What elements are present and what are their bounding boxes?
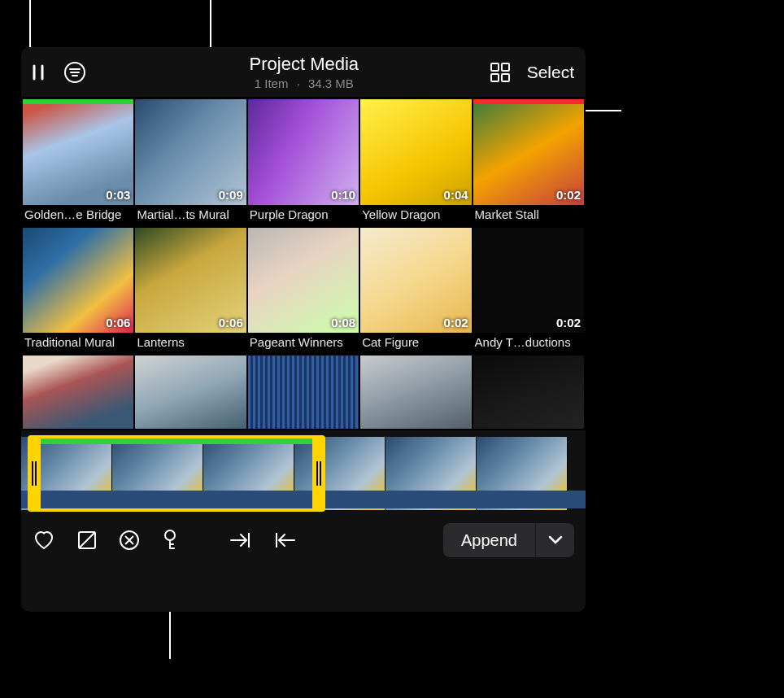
clip-label: Cat Figure <box>360 333 471 354</box>
clip-duration: 0:02 <box>556 188 581 202</box>
clip-duration: 0:02 <box>556 316 581 329</box>
mark-in-icon[interactable] <box>228 531 252 549</box>
callout-line <box>29 0 31 47</box>
callout-line <box>210 0 211 47</box>
media-clip[interactable]: 0:10Purple Dragon <box>248 99 359 226</box>
media-grid: 0:03Golden…e Bridge0:09Martial…ts Mural0… <box>21 98 586 430</box>
clip-label: Martial…ts Mural <box>135 205 246 226</box>
clip-duration: 0:10 <box>331 188 355 202</box>
media-clip[interactable] <box>135 356 246 429</box>
media-clip[interactable]: 0:06Lanterns <box>135 228 246 355</box>
filmstrip-audio-waveform <box>21 491 586 508</box>
clip-label: Purple Dragon <box>248 205 359 226</box>
media-clip[interactable] <box>360 356 471 429</box>
clip-duration: 0:06 <box>219 316 243 329</box>
filter-list-icon[interactable] <box>63 61 86 84</box>
svg-rect-4 <box>502 74 509 81</box>
append-menu-button[interactable] <box>535 523 574 557</box>
callout-line <box>169 612 171 659</box>
media-clip[interactable]: 0:03Golden…e Bridge <box>23 99 133 226</box>
keyword-icon[interactable] <box>161 529 179 552</box>
clip-duration: 0:02 <box>444 316 468 329</box>
unrate-icon[interactable] <box>76 530 98 551</box>
media-clip[interactable]: 0:02Market Stall <box>473 99 584 226</box>
panel-title: Project Media <box>119 54 490 75</box>
clip-duration: 0:08 <box>331 316 355 329</box>
mark-out-icon[interactable] <box>273 531 298 549</box>
media-clip[interactable]: 0:04Yellow Dragon <box>360 99 471 226</box>
select-button[interactable]: Select <box>527 63 574 82</box>
svg-point-7 <box>165 530 175 540</box>
panel-subtitle: 1 Item · 34.3 MB <box>119 76 490 90</box>
layout-grid-icon[interactable] <box>490 62 511 83</box>
media-clip[interactable]: 0:06Traditional Mural <box>23 228 133 355</box>
filmstrip-handle-left[interactable] <box>28 435 41 512</box>
clip-label: Lanterns <box>135 333 246 354</box>
clip-label: Golden…e Bridge <box>23 205 133 226</box>
media-clip[interactable]: 0:08Pageant Winners <box>248 228 359 355</box>
clip-label: Yellow Dragon <box>360 205 471 226</box>
clip-label: Market Stall <box>473 205 584 226</box>
clip-label: Traditional Mural <box>23 333 133 354</box>
append-button[interactable]: Append <box>443 523 535 557</box>
append-button-group: Append <box>443 523 574 557</box>
filmstrip-favorite-marker <box>37 438 318 444</box>
clip-tag-bar <box>473 99 584 104</box>
media-clip[interactable] <box>248 356 359 429</box>
clip-tag-bar <box>23 99 133 104</box>
filmstrip[interactable] <box>21 432 586 515</box>
clip-duration: 0:09 <box>219 188 243 202</box>
media-clip[interactable] <box>23 356 133 429</box>
media-clip[interactable]: 0:02Cat Figure <box>360 228 471 355</box>
media-clip[interactable]: 0:09Martial…ts Mural <box>135 99 246 226</box>
pause-icon[interactable] <box>33 64 46 81</box>
header-bar: Project Media 1 Item · 34.3 MB Select <box>21 47 586 98</box>
callout-line <box>586 110 621 111</box>
media-clip[interactable] <box>473 356 584 429</box>
chevron-down-icon <box>548 535 563 545</box>
clip-label: Andy T…ductions <box>473 333 584 354</box>
media-browser-panel: Project Media 1 Item · 34.3 MB Select 0:… <box>21 47 586 612</box>
clip-duration: 0:06 <box>106 316 130 329</box>
clip-duration: 0:04 <box>444 188 468 202</box>
media-clip[interactable]: 0:02Andy T…ductions <box>473 228 584 355</box>
svg-rect-2 <box>502 63 509 71</box>
favorite-icon[interactable] <box>33 530 55 551</box>
clip-label: Pageant Winners <box>248 333 359 354</box>
bottom-toolbar: Append <box>21 515 586 565</box>
svg-rect-3 <box>491 74 499 81</box>
filmstrip-handle-right[interactable] <box>312 435 325 512</box>
reject-icon[interactable] <box>119 530 140 551</box>
svg-rect-1 <box>491 63 499 71</box>
clip-duration: 0:03 <box>106 188 130 202</box>
